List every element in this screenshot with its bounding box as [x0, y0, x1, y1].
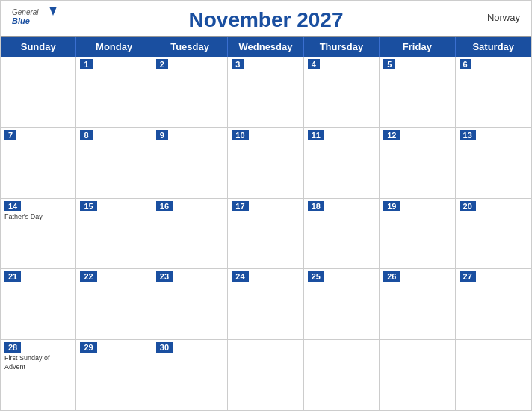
day-cell: 27: [456, 269, 531, 339]
day-number: 25: [308, 271, 324, 282]
day-cell: 1: [76, 57, 152, 127]
day-cell: 30: [152, 340, 228, 410]
weeks-container: 01234567891011121314Father's Day15161718…: [1, 57, 531, 410]
day-number: 29: [80, 342, 96, 353]
day-cell: 13: [456, 128, 531, 198]
day-cell: 17: [228, 199, 303, 269]
day-cell: 12: [380, 128, 455, 198]
header-wednesday: Wednesday: [228, 37, 303, 57]
country-label: Norway: [487, 12, 520, 23]
day-number: 24: [232, 271, 248, 282]
logo-area: General Blue: [12, 7, 57, 29]
day-number: 7: [4, 130, 16, 140]
header-sunday: Sunday: [1, 37, 76, 57]
day-number: 20: [460, 201, 476, 211]
day-cell: 7: [1, 128, 76, 198]
day-cell: 23: [152, 269, 228, 339]
day-number: 27: [460, 271, 476, 282]
day-number: 0: [383, 342, 395, 353]
day-number: 22: [80, 271, 96, 282]
day-cell: 24: [228, 269, 303, 339]
day-cell: 26: [380, 269, 455, 339]
day-number: 11: [308, 130, 324, 140]
day-number: 2: [156, 59, 168, 69]
day-number: 0: [308, 342, 320, 353]
day-number: 9: [156, 130, 168, 140]
day-number: 6: [460, 59, 471, 69]
day-number: 21: [4, 271, 21, 282]
generalblue-logo: General Blue: [12, 7, 57, 29]
day-cell: 14Father's Day: [1, 199, 76, 269]
day-number: 4: [308, 59, 320, 69]
day-number: 26: [383, 271, 400, 282]
header-saturday: Saturday: [456, 37, 531, 57]
day-number: 0: [4, 59, 16, 69]
day-headers-row: Sunday Monday Tuesday Wednesday Thursday…: [1, 37, 531, 57]
day-cell: 15: [76, 199, 152, 269]
day-cell: 20: [456, 199, 531, 269]
week-row-3: 21222324252627: [1, 269, 531, 340]
day-cell: 25: [304, 269, 380, 339]
header-tuesday: Tuesday: [152, 37, 228, 57]
day-number: 1: [80, 59, 92, 69]
day-number: 3: [232, 59, 244, 69]
calendar-grid: Sunday Monday Tuesday Wednesday Thursday…: [1, 36, 531, 410]
day-cell: 10: [228, 128, 303, 198]
week-row-4: 28First Sunday of Advent29300000: [1, 340, 531, 410]
day-number: 28: [4, 342, 21, 353]
day-number: 30: [156, 342, 173, 353]
day-number: 16: [156, 201, 173, 211]
day-number: 23: [156, 271, 173, 282]
day-cell: 3: [228, 57, 303, 127]
day-cell: 9: [152, 128, 228, 198]
event-text: First Sunday of Advent: [4, 354, 72, 371]
month-title: November 2027: [188, 8, 343, 32]
day-number: 0: [232, 342, 244, 353]
event-text: Father's Day: [4, 213, 72, 222]
header-monday: Monday: [76, 37, 152, 57]
week-row-2: 14Father's Day151617181920: [1, 199, 531, 270]
week-row-1: 78910111213: [1, 128, 531, 199]
day-number: 13: [460, 130, 476, 140]
day-cell: 29: [76, 340, 152, 410]
day-cell: 0: [228, 340, 303, 410]
day-number: 5: [383, 59, 395, 69]
day-cell: 19: [380, 199, 455, 269]
day-cell: 0: [380, 340, 455, 410]
day-cell: 21: [1, 269, 76, 339]
day-number: 8: [80, 130, 92, 140]
day-cell: 2: [152, 57, 228, 127]
calendar-header: General Blue November 2027 Norway: [1, 1, 531, 36]
day-cell: 16: [152, 199, 228, 269]
day-cell: 0: [304, 340, 380, 410]
header-friday: Friday: [380, 37, 455, 57]
day-number: 12: [383, 130, 400, 140]
calendar-container: General Blue November 2027 Norway Sunday…: [0, 0, 532, 411]
header-thursday: Thursday: [304, 37, 380, 57]
week-row-0: 0123456: [1, 57, 531, 128]
day-cell: 11: [304, 128, 380, 198]
day-cell: 28First Sunday of Advent: [1, 340, 76, 410]
day-cell: 5: [380, 57, 455, 127]
day-number: 15: [80, 201, 96, 211]
day-cell: 8: [76, 128, 152, 198]
day-number: 17: [232, 201, 248, 211]
day-number: 14: [4, 201, 21, 211]
day-number: 0: [460, 342, 471, 353]
day-cell: 0: [456, 340, 531, 410]
day-cell: 0: [1, 57, 76, 127]
svg-text:General: General: [12, 8, 39, 16]
day-number: 19: [383, 201, 400, 211]
day-number: 18: [308, 201, 324, 211]
day-number: 10: [232, 130, 248, 140]
day-cell: 4: [304, 57, 380, 127]
day-cell: 22: [76, 269, 152, 339]
svg-text:Blue: Blue: [12, 16, 30, 25]
svg-marker-2: [49, 7, 57, 16]
day-cell: 18: [304, 199, 380, 269]
day-cell: 6: [456, 57, 531, 127]
